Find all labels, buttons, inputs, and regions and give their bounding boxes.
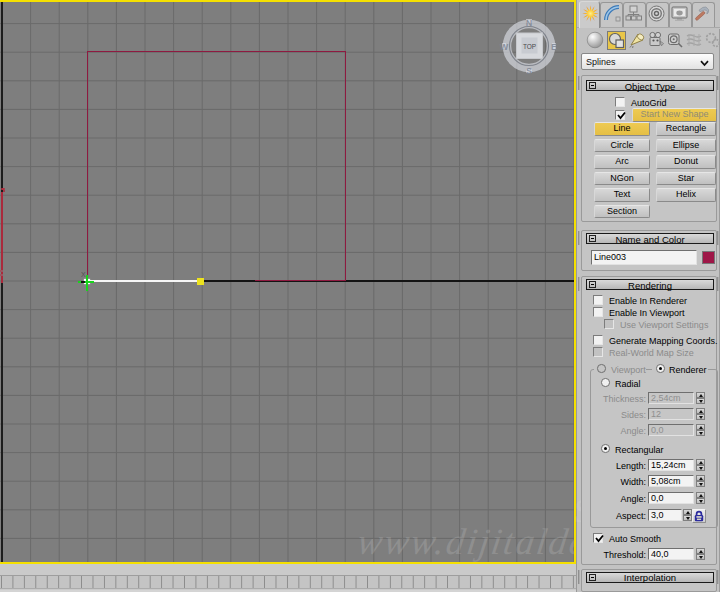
svg-text:N: N bbox=[526, 18, 533, 28]
svg-text:S: S bbox=[526, 66, 532, 76]
svg-text:W: W bbox=[500, 42, 509, 52]
svg-text:E: E bbox=[551, 42, 557, 52]
svg-text:TOP: TOP bbox=[523, 43, 536, 50]
